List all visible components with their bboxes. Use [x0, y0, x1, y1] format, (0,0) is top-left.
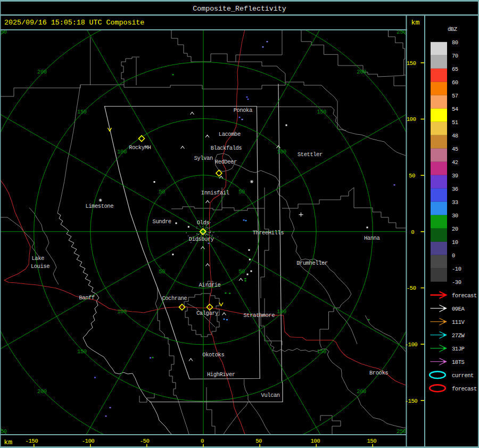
svg-text:Sundre: Sundre [153, 218, 171, 225]
svg-text:45: 45 [452, 146, 458, 152]
svg-text:100: 100 [117, 149, 127, 155]
svg-text:2025/09/16 15:05:18 UTC Compos: 2025/09/16 15:05:18 UTC Composite [4, 19, 144, 27]
svg-text:30: 30 [452, 213, 458, 219]
svg-text:80: 80 [452, 39, 458, 46]
svg-text:Ponoka: Ponoka [234, 107, 252, 113]
svg-text:100: 100 [117, 308, 127, 315]
svg-text:250: 250 [0, 428, 7, 435]
svg-text:111V: 111V [452, 319, 465, 325]
svg-text:Blackfalds: Blackfalds [211, 145, 242, 151]
svg-text:150: 150 [77, 348, 87, 355]
svg-text:Calgary: Calgary [196, 310, 218, 316]
svg-text:RedDeer: RedDeer [215, 159, 237, 165]
svg-text:Cochrane: Cochrane [162, 295, 187, 302]
svg-text:10: 10 [452, 239, 458, 246]
svg-text:65: 65 [452, 66, 458, 72]
svg-text:Composite_Reflectivity: Composite_Reflectivity [193, 5, 286, 13]
svg-text:09EA: 09EA [452, 306, 465, 312]
svg-text:Strathmore: Strathmore [244, 312, 275, 319]
svg-text:0: 0 [452, 252, 455, 259]
svg-text:27ZW: 27ZW [452, 332, 465, 339]
svg-text:Drumheller: Drumheller [296, 260, 328, 266]
svg-text:Sylvan: Sylvan [194, 155, 213, 161]
svg-text:60: 60 [452, 79, 458, 86]
svg-text:Innisfail: Innisfail [201, 190, 229, 196]
svg-text:39: 39 [452, 173, 458, 179]
svg-text:250: 250 [397, 428, 406, 435]
svg-text:Louise: Louise [31, 263, 49, 270]
svg-text:50: 50 [159, 189, 165, 195]
svg-text:200: 200 [357, 69, 366, 75]
svg-text:70: 70 [452, 53, 458, 59]
svg-text:48: 48 [452, 133, 458, 139]
svg-text:50: 50 [159, 268, 165, 275]
svg-text:Vulcan: Vulcan [261, 392, 280, 398]
svg-text:50: 50 [238, 268, 245, 275]
svg-text:km: km [4, 438, 12, 446]
svg-text:100: 100 [277, 308, 286, 315]
svg-text:36: 36 [452, 186, 458, 192]
svg-text:150: 150 [407, 60, 416, 67]
svg-text:20: 20 [452, 226, 458, 232]
svg-text:50: 50 [238, 189, 245, 195]
svg-text:54: 54 [452, 106, 458, 112]
svg-text:Banff: Banff [79, 295, 95, 301]
svg-text:-100: -100 [82, 438, 95, 444]
svg-text:42: 42 [452, 159, 458, 166]
svg-text:50: 50 [255, 438, 262, 444]
svg-text:150: 150 [367, 438, 376, 444]
svg-text:51: 51 [452, 119, 458, 126]
svg-text:-50: -50 [407, 285, 416, 291]
svg-text:-150: -150 [405, 398, 418, 404]
svg-text:0: 0 [411, 229, 414, 235]
svg-text:Olds: Olds [197, 219, 210, 226]
svg-text:Lacombe: Lacombe [219, 131, 241, 137]
svg-text:31JP: 31JP [452, 346, 465, 352]
svg-text:150: 150 [77, 109, 87, 115]
svg-text:200: 200 [37, 388, 47, 395]
svg-text:150: 150 [317, 348, 326, 355]
svg-text:Limestone: Limestone [85, 203, 113, 209]
svg-text:forecast: forecast [452, 386, 477, 392]
svg-text:HighRiver: HighRiver [207, 371, 235, 378]
svg-text:18TS: 18TS [452, 359, 465, 365]
svg-text:150: 150 [317, 109, 326, 115]
svg-text:ThreeHills: ThreeHills [253, 230, 284, 236]
svg-text:100: 100 [310, 438, 320, 444]
svg-text:100: 100 [277, 149, 286, 155]
svg-text:50: 50 [409, 173, 415, 179]
svg-text:33: 33 [452, 199, 458, 206]
svg-text:RockyMH: RockyMH [129, 144, 151, 151]
svg-text:-100: -100 [405, 341, 418, 348]
svg-text:-10: -10 [452, 266, 461, 272]
svg-text:200: 200 [357, 388, 366, 395]
svg-text:current: current [452, 372, 474, 379]
svg-text:Lake: Lake [32, 255, 45, 262]
svg-text:Brooks: Brooks [369, 370, 388, 376]
svg-text:100: 100 [407, 116, 416, 123]
svg-text:dBZ: dBZ [448, 26, 457, 32]
svg-text:forecast: forecast [452, 292, 477, 299]
svg-text:km: km [411, 19, 420, 27]
svg-text:-150: -150 [26, 438, 38, 444]
svg-text:0: 0 [201, 438, 204, 444]
svg-text:Okotoks: Okotoks [202, 352, 224, 358]
svg-text:57: 57 [452, 93, 458, 99]
svg-text:-30: -30 [452, 279, 461, 286]
svg-text:Stettler: Stettler [298, 151, 323, 158]
svg-text:Hanna: Hanna [364, 235, 379, 241]
svg-text:-50: -50 [140, 438, 150, 444]
svg-text:200: 200 [37, 69, 47, 75]
svg-text:Airdrie: Airdrie [199, 282, 221, 288]
